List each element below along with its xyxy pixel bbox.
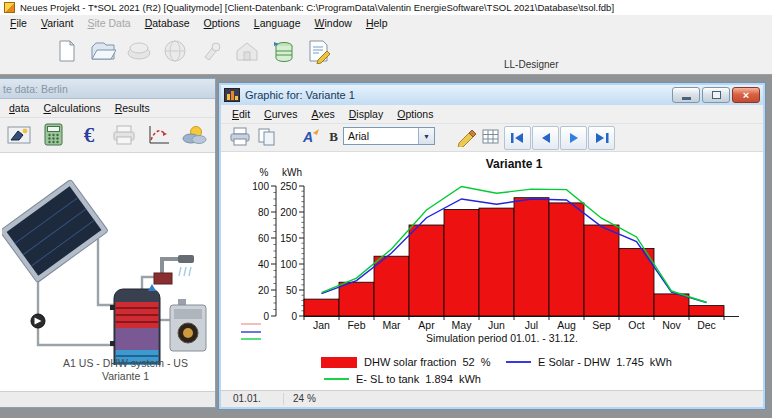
open-project-icon[interactable] (88, 36, 118, 66)
main-window-chrome: Neues Projekt - T*SOL 2021 (R2) [Quality… (0, 0, 772, 75)
edit-curve-icon[interactable] (454, 126, 479, 148)
axis-tick-label: 20 (258, 285, 270, 296)
chart-bar (304, 299, 339, 316)
month-label: Dec (697, 319, 716, 331)
month-label: May (452, 319, 473, 331)
components-icon (196, 36, 226, 66)
menu-edit[interactable]: Edit (225, 107, 257, 121)
chart-title: Variante 1 (486, 157, 543, 171)
bold-label: B (329, 129, 338, 145)
menu-options-graphic[interactable]: Options (390, 107, 440, 121)
chart-bar (444, 209, 479, 316)
next-page-icon[interactable] (560, 126, 587, 150)
menu-options[interactable]: Options (197, 16, 247, 30)
storage-tank (110, 289, 160, 365)
print-icon[interactable] (227, 126, 252, 148)
site-data-window: te data: Berlin data Calculations Result… (0, 78, 216, 408)
minimize-button[interactable] (672, 87, 700, 103)
solar-collector (2, 179, 108, 283)
font-select[interactable]: Arial ▼ (343, 127, 435, 145)
chevron-down-icon[interactable]: ▼ (418, 128, 434, 144)
site-window-title: te data: Berlin (3, 83, 68, 95)
legend-label-bar: DHW solar fraction 52 % (364, 356, 491, 368)
mdi-area: te data: Berlin data Calculations Result… (0, 75, 772, 418)
axis-tick-label: 150 (280, 233, 297, 244)
graphic-window-titlebar[interactable]: Graphic for: Variante 1 × (221, 85, 763, 105)
main-window-title: Neues Projekt - T*SOL 2021 (R2) [Quality… (20, 2, 614, 13)
restore-button[interactable] (702, 87, 730, 103)
axis-tick-label: 60 (258, 233, 270, 244)
menu-display[interactable]: Display (342, 107, 390, 121)
axis-tick-label: 100 (280, 259, 297, 270)
chart-bar (374, 256, 409, 316)
month-label: Apr (418, 319, 435, 331)
svg-text:A: A (302, 129, 313, 145)
home-icon (232, 36, 262, 66)
chart-bar (339, 282, 374, 316)
chart-bar (689, 306, 724, 316)
last-page-icon[interactable] (588, 126, 615, 150)
status-date: 01.01. (233, 393, 261, 404)
menu-project-data[interactable]: data (2, 101, 36, 115)
menu-results[interactable]: Results (108, 101, 157, 115)
font-color-icon[interactable]: A (297, 126, 322, 148)
axis-tick-label: 250 (280, 181, 297, 192)
variant-caption[interactable]: A1 US - DHW system - US Variante 1 (40, 357, 211, 383)
menu-file[interactable]: File (3, 16, 34, 30)
axis-tick-label: 100 (252, 181, 269, 192)
legend-label-blue: E Solar - DHW 1.745 kWh (538, 356, 672, 368)
site-window-statusbar (0, 391, 215, 407)
menu-database[interactable]: Database (138, 16, 197, 30)
new-project-icon[interactable] (52, 36, 82, 66)
variant-caption-line2: Variante 1 (40, 370, 211, 383)
chart-bar (654, 294, 689, 316)
chart-footnote: Simulation period 01.01. - 31.12. (426, 332, 578, 344)
first-page-icon[interactable] (504, 126, 531, 150)
axis-tick-label: 0 (263, 311, 269, 322)
menu-language[interactable]: Language (247, 16, 308, 30)
graphic-window-title: Graphic for: Variante 1 (245, 89, 672, 101)
database-icon[interactable] (268, 36, 298, 66)
menu-window[interactable]: Window (308, 16, 359, 30)
boiler (170, 299, 206, 351)
system-diagram-panel: A1 US - DHW system - US Variante 1 (0, 153, 215, 391)
grid-icon[interactable] (478, 126, 503, 148)
chart-bar (549, 203, 584, 316)
calculator-icon[interactable] (41, 122, 67, 148)
chart: Variante 1020406080100%050100150200250kW… (221, 152, 761, 390)
axis-tick-label: 50 (286, 285, 298, 296)
pump (31, 314, 45, 328)
climate-weather-icon[interactable] (181, 122, 207, 148)
legend-label-green: E- SL to tank 1.894 kWh (356, 373, 481, 385)
axis-tick-label: 40 (258, 259, 270, 270)
graphic-window-icon (224, 88, 240, 102)
copy-icon[interactable] (254, 126, 279, 148)
main-toolbar: LL-Designer (0, 31, 772, 73)
menu-calculations[interactable]: Calculations (36, 101, 107, 115)
axis-tick-label: 80 (258, 207, 270, 218)
graphic-window: Graphic for: Variante 1 × Edit Curves Ax… (218, 82, 766, 410)
menu-help[interactable]: Help (359, 16, 395, 30)
system-diagram (2, 155, 210, 365)
report-icon[interactable] (304, 36, 334, 66)
month-label: Sep (592, 319, 611, 331)
print-icon (111, 122, 137, 148)
chart-bar (479, 208, 514, 316)
close-button[interactable]: × (732, 87, 760, 103)
graphic-toolbar: A B Arial ▼ (221, 124, 763, 152)
menu-variant[interactable]: Variant (34, 16, 81, 30)
month-label: Nov (662, 319, 681, 331)
axis-tick-label: 200 (280, 207, 297, 218)
graphic-statusbar: 01.01. 24 % (221, 390, 763, 407)
month-label: Jan (313, 319, 330, 331)
ll-designer-label[interactable]: LL-Designer (504, 59, 558, 70)
results-curve-icon[interactable] (146, 122, 172, 148)
prev-page-icon[interactable] (532, 126, 559, 150)
economy-euro-icon[interactable]: € (76, 122, 102, 148)
menu-axes[interactable]: Axes (304, 107, 341, 121)
menu-curves[interactable]: Curves (257, 107, 304, 121)
screen: Neues Projekt - T*SOL 2021 (R2) [Quality… (0, 0, 772, 418)
system-image-icon[interactable] (6, 122, 32, 148)
site-window-titlebar[interactable]: te data: Berlin (0, 79, 215, 99)
chart-bar (514, 198, 549, 316)
